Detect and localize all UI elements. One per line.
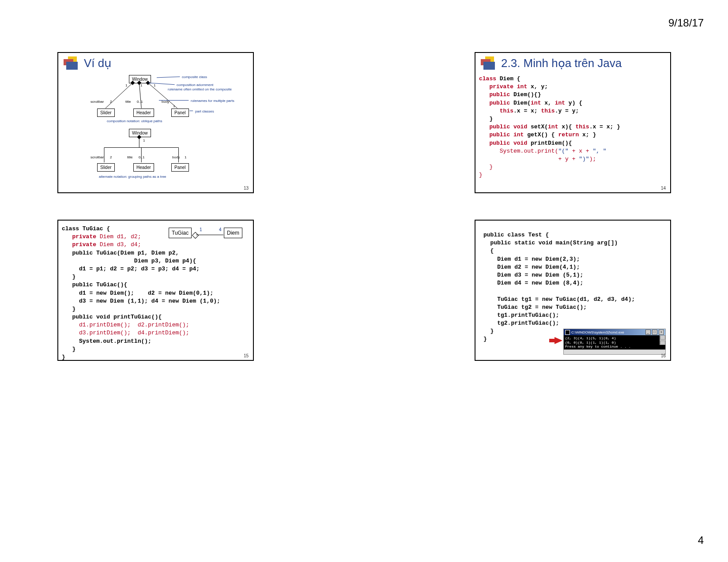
- mult-4: 4: [219, 227, 222, 232]
- mult-1a: 1: [125, 83, 127, 87]
- cmd-icon: [565, 330, 570, 335]
- role-title-1: title: [125, 100, 131, 104]
- uml-diem-box: Diem: [224, 228, 242, 238]
- slide-16-number: 16: [661, 353, 666, 358]
- uml-panel-2: Panel: [171, 163, 189, 172]
- uml-diagram: Window Slider Header Panel scrollbar 2 t…: [58, 73, 253, 192]
- role-body-1: body: [162, 100, 169, 104]
- slide-14-number: 14: [661, 186, 666, 191]
- slide-13-title: Ví dụ: [84, 56, 111, 70]
- cmd-window: C:\WINDOWS\system32\cmd.exe _ □ × (2, 3)…: [563, 329, 666, 355]
- slide-13-title-bar: Ví dụ: [58, 53, 253, 73]
- mult-1-1: 1: [173, 104, 175, 108]
- page-date: 9/18/17: [668, 17, 704, 29]
- lbl-comp-adornment: composition adornment: [177, 83, 213, 87]
- role-title-2: title: [127, 155, 132, 159]
- slide-13: Ví dụ Window Slider Header Panel scrollb…: [57, 52, 254, 193]
- mult-1: 1: [200, 227, 202, 232]
- cmd-titlebar: C:\WINDOWS\system32\cmd.exe _ □ ×: [564, 329, 665, 335]
- slide-15-number: 15: [244, 353, 249, 358]
- title-motif-icon: [64, 56, 79, 70]
- maximize-icon[interactable]: □: [652, 330, 657, 335]
- slide-14-title-bar: 2.3. Minh họa trên Java: [475, 53, 670, 73]
- title-motif-icon: [481, 56, 497, 70]
- slide-15-code: class TuGiac { private Diem d1, d2; priv…: [58, 223, 253, 361]
- slide-handout-grid: Ví dụ Window Slider Header Panel scrollb…: [57, 52, 671, 361]
- assoc-line-icon: [196, 235, 223, 235]
- mult-01-1: 0..1: [137, 100, 143, 104]
- composition-diamond-icon: [192, 232, 199, 239]
- mult-1d: 1: [143, 139, 145, 142]
- uml-header-1: Header: [133, 109, 154, 117]
- mult-1-2: 1: [185, 155, 186, 159]
- uml-slider-1: Slider: [97, 109, 115, 117]
- lbl-rolenames-omitted: rolename often omitted on the composite: [168, 87, 232, 91]
- close-icon[interactable]: ×: [659, 330, 664, 335]
- lbl-composite-class: composite class: [182, 75, 207, 79]
- mult-1b: 1: [140, 83, 142, 87]
- role-scrollbar-2: scrollbar: [91, 155, 104, 159]
- scrollbar-horizontal[interactable]: [564, 349, 665, 354]
- uml-tugiac-box: TuGiac: [169, 228, 192, 238]
- slide-13-number: 13: [244, 186, 249, 191]
- arrow-red-icon: [554, 337, 562, 344]
- slide-16: public class Test { public static void m…: [475, 220, 671, 361]
- page-number: 4: [698, 534, 704, 547]
- lbl-rolenames-multi: rolenames for multiple parts: [191, 99, 234, 103]
- mult-2-1: 2: [110, 100, 112, 104]
- mult-1c: 1: [154, 83, 155, 87]
- uml-panel-1: Panel: [171, 109, 189, 117]
- slide-15: TuGiac 1 4 Diem class TuGiac { private D…: [57, 220, 254, 361]
- slide-14-title: 2.3. Minh họa trên Java: [501, 56, 622, 70]
- role-scrollbar-1: scrollbar: [91, 100, 104, 104]
- caption-oblique: composition notation: oblique paths: [107, 119, 162, 123]
- slide-14: 2.3. Minh họa trên Java class Diem { pri…: [475, 52, 671, 193]
- slide-14-code: class Diem { private int x, y; public Di…: [475, 73, 670, 179]
- uml-slider-2: Slider: [97, 163, 115, 172]
- cmd-output: (2, 3)(4, 1)(5, 1)(8, 4) (0, 0)(0, 1)(1,…: [564, 335, 665, 349]
- mult-01-2: 0..1: [139, 155, 144, 159]
- cmd-title: C:\WINDOWS\system32\cmd.exe: [571, 330, 624, 334]
- minimize-icon[interactable]: _: [645, 330, 651, 335]
- scrollbar-vertical[interactable]: [660, 335, 665, 345]
- window-buttons: _ □ ×: [645, 330, 664, 335]
- caption-tree: alternate notation: grouping paths as a …: [99, 175, 166, 179]
- mult-2-2: 2: [110, 155, 112, 159]
- lbl-part-classes: part classes: [195, 109, 214, 113]
- slide-16-code: public class Test { public static void m…: [475, 229, 670, 344]
- uml-header-2: Header: [133, 163, 154, 172]
- uml-window-bottom: Window: [129, 129, 151, 137]
- uml-tugiac-diem: TuGiac 1 4 Diem: [169, 228, 246, 242]
- role-body-2: body: [172, 155, 180, 159]
- uml-window-top: Window: [129, 75, 151, 83]
